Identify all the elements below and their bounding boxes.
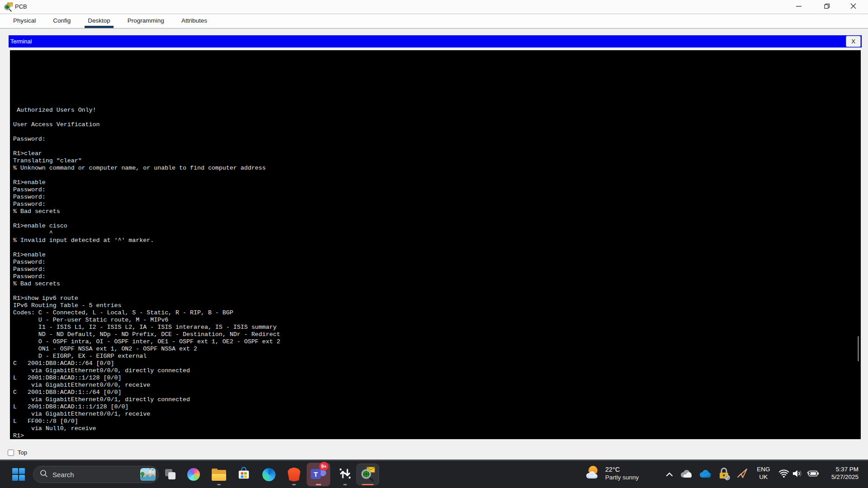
active-app-indicator: [362, 484, 374, 485]
brave-icon: [288, 468, 300, 482]
file-explorer-button[interactable]: [211, 467, 227, 482]
onedrive-cloud-icon: [698, 469, 712, 480]
task-view-icon: [165, 469, 176, 480]
packet-tracer-window: PCB Physical Config Desktop Programming …: [0, 0, 868, 460]
language-switcher[interactable]: ENG UK: [752, 465, 775, 481]
onedrive-personal-icon: [679, 469, 693, 480]
edge-icon: [262, 468, 275, 481]
volume-icon: [792, 469, 804, 480]
window-titlebar: PCB: [0, 0, 868, 14]
minimize-button[interactable]: [788, 0, 809, 14]
clock-widget[interactable]: 5:37 PM 5/27/2025: [814, 465, 859, 481]
terminal-titlebar: Terminal: [9, 35, 862, 47]
wifi-button[interactable]: [777, 469, 791, 480]
sync-app-button[interactable]: [337, 467, 353, 482]
top-checkbox-row: Top: [8, 449, 27, 456]
brave-button[interactable]: [287, 467, 301, 482]
weather-temperature: 22°C: [605, 466, 639, 473]
language-code: ENG: [752, 465, 775, 473]
location-button[interactable]: [735, 468, 749, 481]
wifi-icon: [778, 469, 790, 480]
terminal-output[interactable]: Authorized Users Only! User Access Verif…: [10, 50, 861, 439]
tab-label: Programming: [128, 17, 164, 24]
taskbar: Search: [0, 461, 868, 488]
start-button[interactable]: [11, 468, 26, 481]
open-app-indicator: [292, 484, 296, 485]
terminal-title: Terminal: [9, 38, 32, 45]
scrollbar-thumb[interactable]: [858, 336, 859, 361]
packet-tracer-icon: [3, 2, 13, 12]
security-lock-button[interactable]: [717, 467, 731, 482]
search-icon: [40, 469, 48, 479]
microsoft-store-button[interactable]: [236, 467, 251, 482]
terminal-console[interactable]: Authorized Users Only! User Access Verif…: [10, 50, 861, 439]
volume-button[interactable]: [792, 469, 804, 480]
tab-label: Attributes: [181, 17, 207, 24]
microsoft-store-icon: [237, 467, 251, 482]
tab-config[interactable]: Config: [51, 14, 73, 28]
tab-attributes[interactable]: Attributes: [179, 14, 209, 28]
top-checkbox-label: Top: [18, 449, 27, 456]
tab-label: Desktop: [88, 17, 110, 24]
packet-tracer-icon: [360, 465, 376, 483]
restore-button[interactable]: [816, 0, 837, 14]
weather-condition: Partly sunny: [605, 474, 639, 481]
copilot-button[interactable]: [186, 468, 201, 481]
tray-overflow-button[interactable]: [664, 471, 675, 478]
tab-desktop[interactable]: Desktop: [85, 14, 113, 28]
lock-icon: [718, 467, 730, 482]
edge-button[interactable]: [261, 468, 276, 481]
copilot-icon: [187, 468, 200, 481]
tab-label: Physical: [13, 17, 36, 24]
open-app-indicator: [217, 484, 221, 485]
weather-icon: [584, 464, 601, 482]
restore-icon: [824, 3, 830, 11]
search-box[interactable]: Search: [33, 466, 159, 483]
file-explorer-icon: [212, 469, 226, 481]
chevron-up-icon: [666, 470, 673, 479]
window-title: PCB: [15, 3, 27, 10]
tab-bar: Physical Config Desktop Programming Attr…: [0, 14, 868, 28]
location-arrow-icon: [736, 468, 748, 481]
tab-label: Config: [53, 17, 71, 24]
task-view-button[interactable]: [164, 468, 177, 481]
windows-start-icon: [12, 468, 25, 481]
clock-date: 5/27/2025: [814, 473, 859, 481]
minimize-icon: [796, 3, 802, 11]
top-checkbox[interactable]: [8, 450, 14, 456]
bing-daily-image: [140, 468, 156, 481]
notification-badge: 9+: [319, 462, 328, 471]
tab-programming[interactable]: Programming: [125, 14, 166, 28]
weather-widget[interactable]: 22°C Partly sunny: [584, 464, 639, 482]
onedrive-button[interactable]: [697, 469, 713, 480]
close-icon: [850, 3, 856, 11]
close-button[interactable]: [843, 0, 863, 14]
open-app-indicator: [343, 484, 347, 485]
tab-physical[interactable]: Physical: [11, 14, 38, 28]
teams-notification-indicator: [316, 484, 321, 485]
language-region: UK: [752, 473, 775, 481]
packet-tracer-taskbar-button[interactable]: [356, 464, 379, 485]
terminal-close-button[interactable]: X: [846, 36, 861, 47]
onedrive-personal-button[interactable]: [678, 469, 694, 480]
search-label: Search: [52, 471, 140, 479]
clock-time: 5:37 PM: [814, 465, 859, 473]
sync-arrows-icon: [338, 467, 352, 482]
screen: PCB Physical Config Desktop Programming …: [0, 0, 868, 488]
